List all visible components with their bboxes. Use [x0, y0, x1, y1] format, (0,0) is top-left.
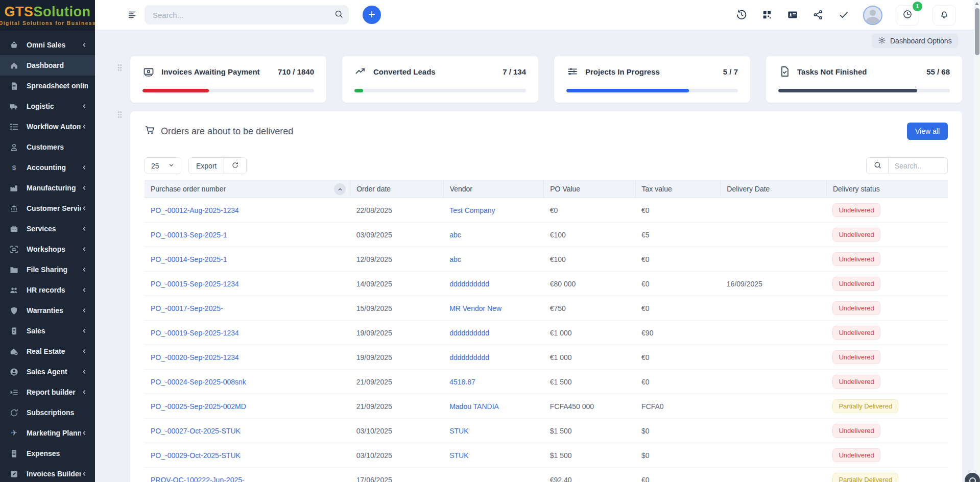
- po-number-link[interactable]: PO_-00029-Oct-2025-STUK: [151, 451, 241, 460]
- delivery-date-cell: [721, 223, 827, 247]
- sidebar-item-accounting[interactable]: $Accounting: [0, 157, 95, 178]
- sidebar-item-real-estate[interactable]: Real Estate: [0, 341, 95, 362]
- sidebar-item-invoices-builder[interactable]: Invoices Builder: [0, 464, 95, 482]
- user-avatar[interactable]: [863, 6, 882, 25]
- table-row: PO_-00015-Sep-2025-123414/09/2025ddddddd…: [145, 272, 948, 296]
- scrollbar-up-arrow[interactable]: [975, 2, 979, 5]
- sidebar-item-file-sharing[interactable]: File Sharing: [0, 259, 95, 280]
- po-number-link[interactable]: PO_-00014-Sep-2025-1: [151, 255, 227, 263]
- stat-card-converted-leads[interactable]: Converted Leads7 / 134: [342, 56, 538, 103]
- vendor-link[interactable]: 4518.87: [449, 378, 475, 386]
- stat-card-progress-fill: [778, 89, 917, 92]
- po-number-link[interactable]: PO_-00015-Sep-2025-1234: [151, 280, 239, 288]
- table-search-input[interactable]: [889, 157, 948, 174]
- po-number-link[interactable]: PO_-00012-Aug-2025-1234: [151, 206, 239, 214]
- po-number-link[interactable]: PO_-00024-Sep-2025-008snk: [151, 378, 246, 386]
- sidebar-item-workshops[interactable]: Workshops: [0, 239, 95, 259]
- vendor-link[interactable]: Madou TANDIA: [449, 402, 499, 411]
- gear-icon: [878, 36, 886, 46]
- basket-icon: [9, 40, 19, 50]
- po-number-link[interactable]: PROV-OC-100222-Jun-2025-: [151, 476, 245, 482]
- global-search-input[interactable]: [145, 11, 328, 19]
- export-button[interactable]: Export: [189, 158, 224, 174]
- sidebar-item-expenses[interactable]: Expenses: [0, 443, 95, 464]
- po-value-cell: €92.40: [544, 468, 635, 482]
- sidebar-item-hr-records[interactable]: HR records: [0, 280, 95, 300]
- services-icon: [9, 224, 19, 234]
- table-cell: Test Company: [443, 198, 544, 223]
- sidebar-item-omni-sales[interactable]: Omni Sales: [0, 35, 95, 55]
- apps-grid-button[interactable]: [761, 9, 773, 21]
- contacts-button[interactable]: [786, 9, 799, 21]
- vendor-link[interactable]: dddddddddd: [449, 329, 489, 337]
- column-header-po-value[interactable]: PO Value: [544, 180, 635, 198]
- vendor-link[interactable]: STUK: [449, 427, 468, 435]
- po-number-link[interactable]: PO_-00020-Sep-2025-1234: [151, 353, 239, 362]
- stat-card-invoices-awaiting-payment[interactable]: Invoices Awaiting Payment710 / 1840: [130, 56, 326, 103]
- view-all-button[interactable]: View all: [907, 123, 948, 140]
- column-header-vendor[interactable]: Vendor: [443, 180, 544, 198]
- stat-card-tasks-not-finished[interactable]: Tasks Not Finished55 / 68: [766, 56, 962, 103]
- vendor-link[interactable]: Test Company: [449, 206, 495, 214]
- drag-handle-orders[interactable]: [117, 111, 122, 118]
- vertical-scrollbar[interactable]: [974, 0, 980, 482]
- dashboard-options-label: Dashboard Options: [890, 37, 952, 45]
- scrollbar-thumb[interactable]: [975, 8, 979, 55]
- stat-cards-row: Invoices Awaiting Payment710 / 1840Conve…: [130, 56, 962, 103]
- vendor-link[interactable]: abc: [449, 255, 461, 263]
- share-button[interactable]: [812, 9, 824, 21]
- po-number-link[interactable]: PO_-00027-Oct-2025-STUK: [151, 427, 241, 435]
- sidebar-item-report-builder[interactable]: Report builder: [0, 382, 95, 402]
- vendor-link[interactable]: MR Vendor New: [449, 304, 501, 312]
- brand-name: GTSSolution: [5, 5, 91, 19]
- sidebar-item-warranties[interactable]: Warranties: [0, 300, 95, 321]
- sidebar-item-dashboard[interactable]: Dashboard: [0, 55, 95, 76]
- stat-card-projects-in-progress[interactable]: Projects In Progress5 / 7: [554, 56, 750, 103]
- vendor-link[interactable]: dddddddddd: [449, 353, 489, 362]
- po-number-link[interactable]: PO_-00013-Sep-2025-1: [151, 231, 227, 239]
- notifications-button[interactable]: [933, 5, 956, 26]
- drag-handle-cards[interactable]: [117, 64, 122, 71]
- po-number-link[interactable]: PO_-00019-Sep-2025-1234: [151, 329, 239, 337]
- global-search-button[interactable]: [328, 9, 349, 20]
- column-header-delivery-status[interactable]: Delivery status: [826, 180, 948, 198]
- sidebar-item-marketing-planner[interactable]: ✈Marketing Planner: [0, 423, 95, 443]
- sidebar-item-logistic[interactable]: Logistic: [0, 96, 95, 116]
- order-date-cell: 21/09/2025: [350, 394, 443, 419]
- sidebar-toggle-button[interactable]: [126, 9, 139, 22]
- dashboard-options-button[interactable]: Dashboard Options: [872, 34, 958, 48]
- table-cell: abc: [443, 223, 544, 247]
- quick-add-button[interactable]: [363, 6, 381, 24]
- refresh-button[interactable]: [224, 158, 246, 174]
- history-button[interactable]: [735, 9, 748, 21]
- column-header-tax-value[interactable]: Tax value: [635, 180, 721, 198]
- po-number-link[interactable]: PO_-00017-Sep-2025-: [151, 304, 223, 312]
- sidebar-item-workflow-automation[interactable]: Workflow Automation: [0, 116, 95, 137]
- vendor-link[interactable]: dddddddddd: [449, 280, 489, 288]
- sidebar-item-spreadsheet-online[interactable]: Spreadsheet online: [0, 76, 95, 96]
- brand-logo[interactable]: GTSSolution Digital Solutions for Busine…: [0, 0, 95, 31]
- sidebar-item-sales-agent[interactable]: Sales Agent: [0, 362, 95, 382]
- sort-button[interactable]: [334, 183, 346, 195]
- sidebar-item-customers[interactable]: Customers: [0, 137, 95, 157]
- sidebar-item-customer-service[interactable]: Customer Service: [0, 198, 95, 219]
- vendor-link[interactable]: abc: [449, 231, 461, 239]
- table-row: PO_-00020-Sep-2025-123419/09/2025ddddddd…: [145, 345, 948, 370]
- vendor-link[interactable]: STUK: [449, 451, 468, 460]
- time-tracker-button[interactable]: 1: [896, 5, 919, 26]
- tasks-check-button[interactable]: [838, 9, 850, 21]
- po-number-link[interactable]: PO_-00025-Sep-2025-002MD: [151, 402, 246, 411]
- sidebar-item-manufacturing[interactable]: Manufacturing: [0, 178, 95, 198]
- column-header-delivery-date[interactable]: Delivery Date: [721, 180, 827, 198]
- sidebar-item-sales[interactable]: Sales: [0, 321, 95, 341]
- table-search-button[interactable]: [866, 157, 889, 174]
- sidebar-item-services[interactable]: Services: [0, 219, 95, 239]
- page-size-select[interactable]: 25: [145, 157, 181, 174]
- column-header-purchase-order-number[interactable]: Purchase order number: [145, 180, 350, 198]
- delivery-date-cell: [721, 198, 827, 223]
- sidebar-item-subscriptions[interactable]: Subscriptions: [0, 402, 95, 423]
- table-row: PO_-00019-Sep-2025-123419/09/2025ddddddd…: [145, 321, 948, 345]
- plane-icon: ✈: [9, 428, 19, 438]
- column-header-order-date[interactable]: Order date: [350, 180, 443, 198]
- table-cell: dddddddddd: [443, 321, 544, 345]
